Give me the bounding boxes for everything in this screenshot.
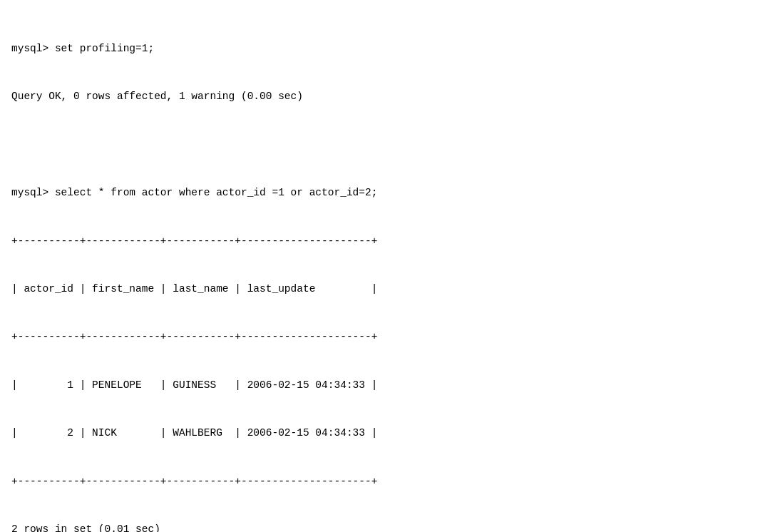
line-11: 2 rows in set (0.01 sec) <box>11 521 759 532</box>
line-10: +----------+------------+-----------+---… <box>11 474 759 489</box>
line-6: | actor_id | first_name | last_name | la… <box>11 281 759 297</box>
line-4: mysql> select * from actor where actor_i… <box>11 185 759 200</box>
line-1: mysql> set profiling=1; <box>11 41 759 56</box>
line-7: +----------+------------+-----------+---… <box>11 329 759 344</box>
line-5: +----------+------------+-----------+---… <box>11 233 759 249</box>
line-8: | 1 | PENELOPE | GUINESS | 2006-02-15 04… <box>11 377 759 393</box>
line-9: | 2 | NICK | WAHLBERG | 2006-02-15 04:34… <box>11 425 759 441</box>
line-2: Query OK, 0 rows affected, 1 warning (0.… <box>11 88 759 104</box>
terminal-output: mysql> set profiling=1; Query OK, 0 rows… <box>11 9 759 532</box>
line-3 <box>11 137 759 153</box>
